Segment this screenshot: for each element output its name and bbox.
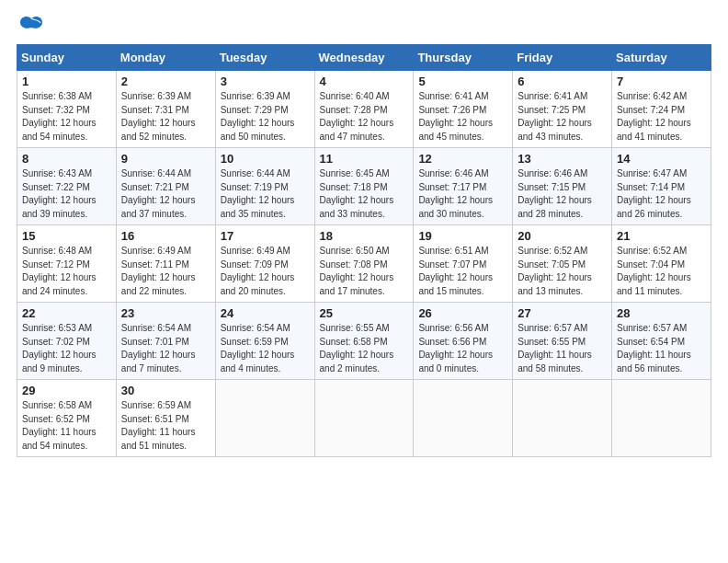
day-info: Sunrise: 6:46 AMSunset: 7:15 PMDaylight:… — [518, 168, 592, 219]
calendar-cell: 2Sunrise: 6:39 AMSunset: 7:31 PMDaylight… — [116, 71, 215, 148]
day-info: Sunrise: 6:58 AMSunset: 6:52 PMDaylight:… — [22, 400, 97, 451]
day-number: 10 — [221, 152, 310, 166]
calendar-cell: 4Sunrise: 6:40 AMSunset: 7:28 PMDaylight… — [314, 71, 414, 148]
calendar-cell: 14Sunrise: 6:47 AMSunset: 7:14 PMDayligh… — [612, 148, 711, 225]
calendar-cell: 24Sunrise: 6:54 AMSunset: 6:59 PMDayligh… — [215, 303, 314, 380]
calendar-cell: 30Sunrise: 6:59 AMSunset: 6:51 PMDayligh… — [116, 380, 215, 457]
day-info: Sunrise: 6:38 AMSunset: 7:32 PMDaylight:… — [22, 91, 97, 142]
calendar-cell: 13Sunrise: 6:46 AMSunset: 7:15 PMDayligh… — [513, 148, 612, 225]
calendar-table: SundayMondayTuesdayWednesdayThursdayFrid… — [17, 44, 711, 457]
day-info: Sunrise: 6:43 AMSunset: 7:22 PMDaylight:… — [22, 168, 97, 219]
calendar-cell: 26Sunrise: 6:56 AMSunset: 6:56 PMDayligh… — [414, 303, 513, 380]
day-number: 15 — [22, 229, 111, 243]
calendar-cell — [314, 380, 414, 457]
calendar-day-header: Sunday — [17, 45, 117, 71]
day-info: Sunrise: 6:45 AMSunset: 7:18 PMDaylight:… — [320, 168, 394, 219]
day-number: 17 — [221, 229, 310, 243]
day-number: 8 — [22, 152, 111, 166]
calendar-week-row: 15Sunrise: 6:48 AMSunset: 7:12 PMDayligh… — [17, 225, 711, 303]
day-info: Sunrise: 6:54 AMSunset: 7:01 PMDaylight:… — [121, 323, 196, 373]
day-number: 30 — [121, 384, 210, 397]
day-info: Sunrise: 6:41 AMSunset: 7:25 PMDaylight:… — [518, 91, 592, 142]
day-number: 26 — [418, 306, 507, 320]
day-info: Sunrise: 6:39 AMSunset: 7:31 PMDaylight:… — [121, 91, 196, 142]
logo-bird-icon — [18, 15, 44, 35]
day-number: 9 — [121, 152, 210, 166]
calendar-cell: 29Sunrise: 6:58 AMSunset: 6:52 PMDayligh… — [17, 380, 117, 457]
calendar-cell: 16Sunrise: 6:49 AMSunset: 7:11 PMDayligh… — [116, 225, 215, 303]
day-number: 24 — [221, 306, 310, 320]
day-number: 2 — [121, 75, 210, 88]
day-info: Sunrise: 6:41 AMSunset: 7:26 PMDaylight:… — [418, 91, 493, 142]
calendar-cell: 1Sunrise: 6:38 AMSunset: 7:32 PMDaylight… — [17, 71, 117, 148]
day-number: 1 — [22, 75, 111, 88]
day-number: 11 — [320, 152, 409, 166]
calendar-cell: 7Sunrise: 6:42 AMSunset: 7:24 PMDaylight… — [612, 71, 711, 148]
calendar-cell: 22Sunrise: 6:53 AMSunset: 7:02 PMDayligh… — [17, 303, 117, 380]
day-info: Sunrise: 6:42 AMSunset: 7:24 PMDaylight:… — [617, 91, 691, 142]
calendar-cell: 27Sunrise: 6:57 AMSunset: 6:55 PMDayligh… — [513, 303, 612, 380]
calendar-cell: 17Sunrise: 6:49 AMSunset: 7:09 PMDayligh… — [215, 225, 314, 303]
calendar-cell: 25Sunrise: 6:55 AMSunset: 6:58 PMDayligh… — [314, 303, 414, 380]
day-info: Sunrise: 6:47 AMSunset: 7:14 PMDaylight:… — [617, 168, 691, 219]
day-info: Sunrise: 6:44 AMSunset: 7:19 PMDaylight:… — [221, 168, 295, 219]
day-number: 29 — [22, 384, 111, 397]
day-number: 27 — [518, 306, 607, 320]
day-info: Sunrise: 6:51 AMSunset: 7:07 PMDaylight:… — [418, 246, 493, 296]
day-info: Sunrise: 6:57 AMSunset: 6:55 PMDaylight:… — [518, 323, 592, 373]
day-number: 18 — [320, 229, 409, 243]
calendar-cell: 8Sunrise: 6:43 AMSunset: 7:22 PMDaylight… — [17, 148, 117, 225]
header — [17, 15, 711, 35]
day-number: 21 — [617, 229, 706, 243]
day-number: 13 — [518, 152, 607, 166]
calendar-week-row: 22Sunrise: 6:53 AMSunset: 7:02 PMDayligh… — [17, 303, 711, 380]
calendar-cell — [414, 380, 513, 457]
day-info: Sunrise: 6:52 AMSunset: 7:04 PMDaylight:… — [617, 246, 691, 296]
calendar-day-header: Tuesday — [215, 45, 314, 71]
day-number: 25 — [320, 306, 409, 320]
day-info: Sunrise: 6:55 AMSunset: 6:58 PMDaylight:… — [320, 323, 394, 373]
calendar-cell — [215, 380, 314, 457]
calendar-cell: 15Sunrise: 6:48 AMSunset: 7:12 PMDayligh… — [17, 225, 117, 303]
day-number: 16 — [121, 229, 210, 243]
calendar-cell — [612, 380, 711, 457]
day-info: Sunrise: 6:53 AMSunset: 7:02 PMDaylight:… — [22, 323, 97, 373]
calendar-cell: 9Sunrise: 6:44 AMSunset: 7:21 PMDaylight… — [116, 148, 215, 225]
calendar-cell: 12Sunrise: 6:46 AMSunset: 7:17 PMDayligh… — [414, 148, 513, 225]
day-info: Sunrise: 6:46 AMSunset: 7:17 PMDaylight:… — [418, 168, 493, 219]
page: SundayMondayTuesdayWednesdayThursdayFrid… — [0, 0, 728, 563]
calendar-day-header: Monday — [116, 45, 215, 71]
calendar-day-header: Thursday — [414, 45, 513, 71]
calendar-cell: 21Sunrise: 6:52 AMSunset: 7:04 PMDayligh… — [612, 225, 711, 303]
day-info: Sunrise: 6:57 AMSunset: 6:54 PMDaylight:… — [617, 323, 691, 373]
day-info: Sunrise: 6:56 AMSunset: 6:56 PMDaylight:… — [418, 323, 493, 373]
day-number: 12 — [418, 152, 507, 166]
day-info: Sunrise: 6:49 AMSunset: 7:09 PMDaylight:… — [221, 246, 295, 296]
day-number: 14 — [617, 152, 706, 166]
calendar-cell: 19Sunrise: 6:51 AMSunset: 7:07 PMDayligh… — [414, 225, 513, 303]
day-number: 28 — [617, 306, 706, 320]
day-number: 6 — [518, 75, 607, 88]
day-info: Sunrise: 6:52 AMSunset: 7:05 PMDaylight:… — [518, 246, 592, 296]
day-number: 5 — [418, 75, 507, 88]
calendar-cell: 3Sunrise: 6:39 AMSunset: 7:29 PMDaylight… — [215, 71, 314, 148]
day-number: 22 — [22, 306, 111, 320]
day-number: 3 — [221, 75, 310, 88]
calendar-cell — [513, 380, 612, 457]
calendar-cell: 11Sunrise: 6:45 AMSunset: 7:18 PMDayligh… — [314, 148, 414, 225]
calendar-week-row: 8Sunrise: 6:43 AMSunset: 7:22 PMDaylight… — [17, 148, 711, 225]
calendar-cell: 5Sunrise: 6:41 AMSunset: 7:26 PMDaylight… — [414, 71, 513, 148]
day-number: 19 — [418, 229, 507, 243]
calendar-week-row: 1Sunrise: 6:38 AMSunset: 7:32 PMDaylight… — [17, 71, 711, 148]
calendar-header-row: SundayMondayTuesdayWednesdayThursdayFrid… — [17, 45, 711, 71]
day-info: Sunrise: 6:50 AMSunset: 7:08 PMDaylight:… — [320, 246, 394, 296]
day-number: 20 — [518, 229, 607, 243]
day-info: Sunrise: 6:44 AMSunset: 7:21 PMDaylight:… — [121, 168, 196, 219]
day-number: 7 — [617, 75, 706, 88]
calendar-cell: 10Sunrise: 6:44 AMSunset: 7:19 PMDayligh… — [215, 148, 314, 225]
day-info: Sunrise: 6:59 AMSunset: 6:51 PMDaylight:… — [121, 400, 196, 451]
calendar-cell: 23Sunrise: 6:54 AMSunset: 7:01 PMDayligh… — [116, 303, 215, 380]
day-info: Sunrise: 6:39 AMSunset: 7:29 PMDaylight:… — [221, 91, 295, 142]
day-info: Sunrise: 6:40 AMSunset: 7:28 PMDaylight:… — [320, 91, 394, 142]
calendar-cell: 18Sunrise: 6:50 AMSunset: 7:08 PMDayligh… — [314, 225, 414, 303]
